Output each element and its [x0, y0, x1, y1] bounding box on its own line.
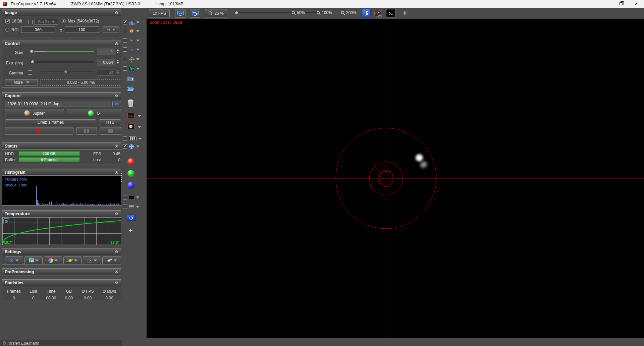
exposure-spinner[interactable] [116, 60, 120, 64]
jupiter-overlay-checkbox[interactable] [123, 47, 127, 52]
zoom-slider[interactable] [234, 11, 329, 15]
statistics-panel-header[interactable]: Statistics [2, 280, 121, 286]
collapse-up-icon[interactable] [115, 42, 118, 45]
exposure-slider-thumb[interactable] [31, 60, 35, 64]
filename-field[interactable]: 2026-01-19-0038_2-U-G-Jup [5, 101, 111, 107]
gamma-spinner[interactable] [116, 70, 120, 74]
scissors-icon[interactable]: ✂ [129, 38, 135, 43]
add-toolbar-button[interactable]: + [401, 9, 409, 17]
jupiter-symbol-icon[interactable]: ♃ [129, 47, 135, 52]
green-channel-icon[interactable] [127, 170, 135, 177]
frame-counter-checkbox[interactable] [123, 136, 127, 141]
preview-canvas[interactable]: Zoom: 26% 16bit [147, 19, 644, 338]
color-settings-button[interactable] [44, 256, 62, 264]
reticle-checkbox[interactable] [123, 144, 127, 149]
chevron-down-icon[interactable] [138, 126, 141, 128]
chevron-down-icon[interactable] [136, 206, 139, 208]
zoom-200-button[interactable]: 200% [341, 10, 357, 15]
log-console-button[interactable] [386, 9, 396, 17]
gain-spinner[interactable] [116, 49, 120, 53]
app-settings-button[interactable]: ⚙ [5, 256, 23, 264]
move-arrows-icon[interactable] [129, 56, 135, 62]
fullscreen-button[interactable] [175, 9, 185, 18]
flat-frame-checkbox[interactable] [123, 205, 127, 209]
bin-checkbox[interactable] [28, 20, 33, 24]
collapse-up-icon[interactable] [115, 145, 118, 148]
gamma-checkbox[interactable] [28, 70, 32, 75]
capture-profile-button[interactable] [373, 9, 383, 18]
gamma-value-input[interactable]: 50 [97, 69, 115, 75]
histogram-icon[interactable] [129, 19, 135, 25]
expand-down-icon[interactable] [115, 270, 118, 274]
autorun-button[interactable] [362, 9, 371, 18]
temperature-settings-button[interactable]: ⚙ [3, 218, 9, 224]
gui-settings-button[interactable] [24, 256, 43, 264]
planet-display-icon[interactable] [127, 124, 135, 130]
close-button[interactable]: ✕ [629, 0, 644, 8]
telescope-settings-button[interactable] [102, 256, 121, 264]
exposure-slider-track[interactable] [30, 61, 94, 63]
control-panel-header[interactable]: Control [2, 40, 121, 47]
capture-panel-header[interactable]: Capture [2, 93, 121, 99]
chevron-down-icon[interactable] [136, 21, 140, 23]
waveform-icon[interactable] [129, 66, 135, 71]
pause-capture-button[interactable] [76, 127, 97, 135]
dark-frame-checkbox[interactable] [123, 195, 127, 199]
performance-settings-button[interactable] [83, 256, 101, 264]
bit16-checkbox[interactable] [5, 19, 10, 23]
blue-channel-icon[interactable] [127, 182, 135, 189]
display-settings-button[interactable] [190, 9, 200, 18]
planet-align-checkbox[interactable] [123, 29, 127, 33]
exposure-value-input[interactable]: 0.064 [97, 59, 115, 65]
fps-button[interactable]: 10 FPS [149, 9, 170, 17]
collapse-up-icon[interactable] [115, 94, 118, 98]
red-channel-icon[interactable] [127, 158, 135, 165]
filter-button[interactable]: G [67, 109, 121, 117]
temperature-panel-header[interactable]: Temperature [2, 211, 121, 217]
object-settings-button[interactable] [63, 256, 82, 264]
video-folder-icon[interactable] [127, 75, 134, 82]
exposure-range-display[interactable]: 0.032 - 5.00 ms [41, 79, 121, 86]
chevron-down-icon[interactable] [138, 115, 141, 117]
chevron-down-icon[interactable] [136, 40, 140, 42]
max-resolution-radio[interactable] [62, 19, 66, 23]
filename-settings-button[interactable]: ⚙ [112, 101, 121, 107]
gamma-slider[interactable] [40, 70, 94, 74]
restore-button[interactable] [613, 0, 629, 8]
autoguide-checkbox[interactable] [123, 57, 127, 61]
settings-panel-header[interactable]: Settings [2, 248, 121, 255]
planet-crosshair-icon[interactable] [129, 28, 135, 34]
zoom-slider-track[interactable] [234, 12, 329, 14]
object-button[interactable]: Jupiter [5, 109, 64, 117]
add-tool-icon[interactable]: + [129, 227, 132, 234]
gain-slider-thumb[interactable] [30, 50, 34, 53]
seeing-monitor-checkbox[interactable] [123, 66, 127, 71]
stop-capture-button[interactable] [100, 127, 121, 135]
zoom-slider-thumb[interactable] [235, 11, 238, 15]
zoom-50-button[interactable]: 50% [291, 10, 305, 15]
collapse-up-icon[interactable] [115, 11, 118, 14]
start-capture-button[interactable] [5, 127, 73, 135]
format-button[interactable]: FITS [99, 119, 121, 125]
trash-icon[interactable] [127, 99, 134, 108]
chevron-down-icon[interactable] [136, 58, 140, 60]
image-panel-header[interactable]: Image [2, 9, 121, 16]
chevron-down-icon[interactable] [138, 138, 142, 140]
gain-slider[interactable] [30, 50, 94, 54]
gamma-slider-thumb[interactable] [64, 70, 68, 74]
status-panel-header[interactable]: Status [2, 143, 121, 150]
chevron-down-icon[interactable] [136, 68, 140, 70]
collapse-up-icon[interactable] [115, 250, 118, 253]
preprocessing-panel-header[interactable]: PreProcessing [2, 269, 121, 275]
open-folder-icon[interactable] [127, 85, 135, 93]
flat-frame-icon[interactable] [129, 205, 134, 209]
gain-value-input[interactable]: 1 [97, 49, 115, 55]
chevron-down-icon[interactable] [136, 49, 140, 51]
counter-badge-icon[interactable]: 999 [129, 136, 137, 141]
roi-apply-button[interactable]: ➜ [103, 26, 119, 33]
minimize-button[interactable] [598, 0, 613, 8]
chevron-down-icon[interactable] [136, 30, 140, 32]
target-icon[interactable] [129, 143, 135, 149]
bin-dropdown[interactable]: Bin 2x [35, 19, 58, 25]
collapse-up-icon[interactable] [115, 171, 118, 174]
